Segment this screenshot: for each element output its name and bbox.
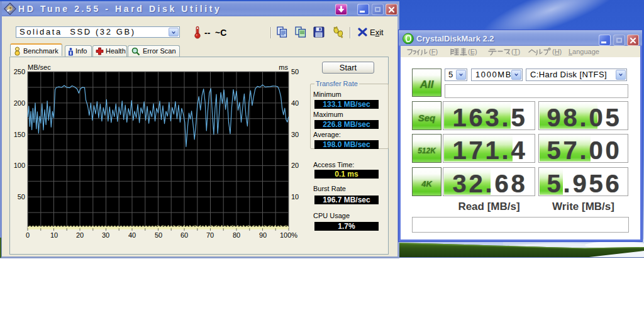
svg-text:(H): (H) [552,48,562,55]
svg-text:50: 50 [155,231,162,239]
svg-text:10: 10 [291,193,299,201]
svg-text:40: 40 [291,99,299,107]
svg-text:ms: ms [279,63,288,71]
svg-text:100%: 100% [280,231,297,239]
svg-text:30: 30 [291,131,299,138]
svg-text:20: 20 [291,162,299,169]
svg-text:(T): (T) [511,48,520,55]
svg-text:0: 0 [26,231,30,239]
svg-text:60: 60 [180,231,188,239]
svg-text:MB/sec: MB/sec [28,63,51,71]
svg-text:70: 70 [206,231,214,239]
svg-text:40: 40 [128,231,136,239]
svg-text:100: 100 [14,162,25,169]
svg-text:50: 50 [18,193,25,201]
svg-text:10: 10 [50,231,58,239]
svg-text:(F): (F) [429,48,438,55]
svg-text:90: 90 [259,231,267,239]
svg-text:(E): (E) [468,48,477,55]
svg-text:200: 200 [14,99,25,107]
svg-text:Language: Language [569,48,599,55]
svg-text:150: 150 [14,131,25,138]
svg-text:20: 20 [76,231,84,239]
svg-text:30: 30 [102,231,109,239]
svg-text:250: 250 [14,68,25,75]
svg-text:50: 50 [291,68,299,75]
svg-text:80: 80 [233,231,240,239]
